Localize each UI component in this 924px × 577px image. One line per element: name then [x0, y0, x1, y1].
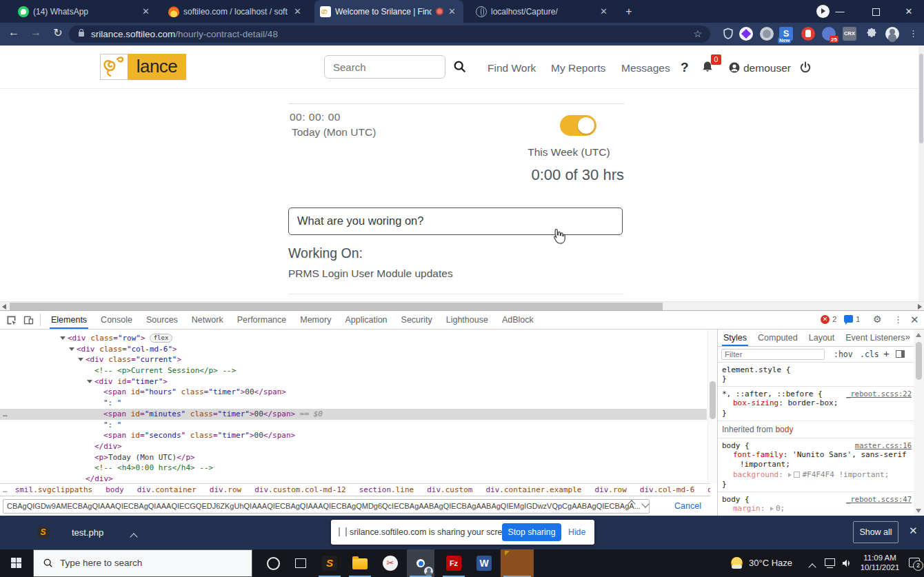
- find-query-input[interactable]: CBAgQIGDw9AMECBAgQIAAAQIECBAgQIAAAQIECGQ…: [3, 499, 650, 514]
- downloaded-file-name[interactable]: test.php: [72, 527, 103, 538]
- breadcrumb-item[interactable]: body: [103, 484, 126, 496]
- volume-icon[interactable]: [841, 558, 852, 571]
- breadcrumb-item[interactable]: div.current: [705, 484, 710, 496]
- new-tab-button[interactable]: +: [622, 5, 636, 19]
- breadcrumb-item[interactable]: div.col-md-6: [638, 484, 696, 496]
- event-listeners-tab[interactable]: Event Listeners: [840, 330, 910, 346]
- css-source-link[interactable]: _reboot.scss:22: [846, 389, 912, 398]
- dom-tree-line[interactable]: <!-- <h4>0:00 hrs</h4> -->: [0, 463, 707, 474]
- expand-arrow-icon[interactable]: [60, 336, 66, 340]
- more-tabs-icon[interactable]: »: [905, 332, 910, 342]
- nav-my-reports[interactable]: My Reports: [551, 62, 605, 74]
- dom-tree-line[interactable]: </div>: [0, 474, 707, 483]
- tab-close-icon[interactable]: ✕: [446, 6, 458, 17]
- scroll-right-icon[interactable]: [918, 304, 922, 310]
- taskbar-filezilla-icon[interactable]: Fz: [440, 549, 468, 577]
- tab-srilance-active[interactable]: Welcome to Srilance | Find D ✕: [314, 0, 463, 23]
- console-error-icon[interactable]: ✕: [821, 315, 830, 324]
- css-source-link[interactable]: master.css:16: [855, 441, 912, 449]
- styles-tab[interactable]: Styles: [718, 330, 752, 346]
- dom-tree-line[interactable]: <p>Today (Mon UTC)</p>: [0, 452, 707, 463]
- scroll-up-icon[interactable]: [916, 333, 921, 337]
- hov-toggle[interactable]: :hov: [834, 350, 853, 359]
- dom-tree-line[interactable]: <div class="col-md-6">: [0, 344, 707, 355]
- network-icon[interactable]: [825, 558, 835, 566]
- nav-find-work[interactable]: Find Work: [488, 62, 536, 74]
- weather-icon[interactable]: [731, 557, 743, 569]
- breadcrumb-item[interactable]: div.row: [208, 484, 243, 496]
- find-previous-icon[interactable]: [627, 500, 635, 507]
- show-all-downloads-button[interactable]: Show all: [853, 521, 898, 543]
- start-button[interactable]: [0, 549, 33, 577]
- taskbar-notes-icon[interactable]: [501, 549, 534, 577]
- sidebar-dock-icon[interactable]: [896, 350, 905, 358]
- taskbar-snip-icon[interactable]: ✂: [376, 549, 404, 577]
- breadcrumb-item[interactable]: div.container: [135, 484, 199, 496]
- devtools-tab-sources[interactable]: Sources: [139, 311, 185, 329]
- devtools-settings-gear-icon[interactable]: ⚙: [873, 314, 882, 325]
- device-toolbar-icon[interactable]: [23, 314, 35, 327]
- scrollbar-thumb[interactable]: [10, 303, 663, 310]
- dom-tree-line[interactable]: <!-- <p>Current Session</p> -->: [0, 365, 707, 376]
- dom-tree-line[interactable]: <span id="hours" class="timer">00</span>: [0, 387, 707, 398]
- hide-sharing-button[interactable]: Hide: [568, 527, 585, 537]
- dom-tree-scrollbar[interactable]: [707, 330, 717, 483]
- find-cancel-button[interactable]: Cancel: [674, 501, 701, 511]
- css-property[interactable]: background: #F4F4F4 !important;: [722, 470, 912, 480]
- breadcrumb-item[interactable]: div.row: [592, 484, 628, 496]
- window-maximize-button[interactable]: [861, 0, 891, 23]
- css-rule[interactable]: element.style {}: [718, 363, 914, 387]
- scroll-left-icon[interactable]: [2, 304, 6, 310]
- dom-tree-line[interactable]: <div id="timer">: [0, 376, 707, 387]
- devtools-tab-adblock[interactable]: AdBlock: [495, 311, 541, 329]
- reload-icon[interactable]: ↻: [50, 26, 66, 39]
- download-item-menu-icon[interactable]: [131, 530, 137, 543]
- adblock-hand-extension-icon[interactable]: [801, 27, 815, 41]
- dom-tree-line[interactable]: …<span id="minutes" class="timer">00</sp…: [0, 409, 707, 420]
- css-property[interactable]: box-sizing: border-box;: [722, 398, 912, 409]
- nav-messages[interactable]: Messages: [621, 62, 670, 74]
- weather-label[interactable]: 30°C Haze: [749, 558, 792, 568]
- back-icon[interactable]: ←: [6, 26, 22, 39]
- site-search-input[interactable]: [324, 55, 445, 79]
- crx-extension-icon[interactable]: CRX: [843, 27, 856, 41]
- tab-softileo[interactable]: softileo.com / localhost / softileo ✕: [163, 0, 309, 23]
- purple-extension-icon[interactable]: [739, 27, 753, 41]
- taskbar-search-box[interactable]: Type here to search: [33, 549, 252, 577]
- scroll-down-icon[interactable]: [916, 509, 921, 513]
- page-vertical-scrollbar[interactable]: [918, 45, 924, 301]
- tab-close-icon[interactable]: ✕: [292, 6, 303, 17]
- css-rule[interactable]: _reboot.scss:22*, ::after, ::before {box…: [718, 387, 914, 421]
- flex-badge[interactable]: flex: [150, 334, 173, 343]
- window-close-button[interactable]: ✕: [894, 0, 924, 23]
- taskbar-chrome-icon[interactable]: [407, 549, 434, 577]
- devtools-tab-security[interactable]: Security: [394, 311, 439, 329]
- cls-toggle[interactable]: .cls: [860, 350, 879, 359]
- dom-tree-line[interactable]: <div class="row">flex: [0, 333, 707, 344]
- devtools-tab-lighthouse[interactable]: Lighthouse: [439, 311, 495, 329]
- find-next-icon[interactable]: [641, 500, 649, 507]
- devtools-tab-elements[interactable]: Elements: [44, 311, 94, 329]
- window-minimize-button[interactable]: —: [825, 0, 855, 23]
- shield-extension-icon[interactable]: [721, 27, 735, 41]
- download-bar-close-icon[interactable]: ✕: [909, 525, 918, 537]
- devtools-tab-console[interactable]: Console: [94, 311, 139, 329]
- cortana-button[interactable]: [259, 549, 287, 577]
- css-property[interactable]: margin: 0;: [722, 504, 912, 514]
- taskbar-clock[interactable]: 11:09 AM 10/11/2021: [855, 553, 905, 572]
- expand-arrow-icon[interactable]: [78, 358, 83, 361]
- styles-scrollbar[interactable]: [914, 330, 924, 516]
- stop-sharing-button[interactable]: Stop sharing: [502, 523, 561, 541]
- dom-tree-line[interactable]: <div class="current">: [0, 354, 707, 365]
- extensions-puzzle-icon[interactable]: [865, 27, 878, 41]
- devtools-close-icon[interactable]: ✕: [910, 314, 919, 326]
- inherited-element-link[interactable]: body: [775, 425, 793, 434]
- gray-extension-icon[interactable]: [760, 27, 774, 41]
- devtools-tab-network[interactable]: Network: [185, 311, 230, 329]
- devtools-tab-performance[interactable]: Performance: [230, 311, 294, 329]
- expand-arrow-icon[interactable]: [69, 347, 74, 351]
- console-message-icon[interactable]: [844, 315, 853, 323]
- css-property[interactable]: font-family: 'Nunito Sans', sans-serif !…: [722, 450, 912, 470]
- taskbar-explorer-icon[interactable]: [346, 549, 374, 577]
- devtools-menu-kebab-icon[interactable]: ⋮: [894, 314, 903, 325]
